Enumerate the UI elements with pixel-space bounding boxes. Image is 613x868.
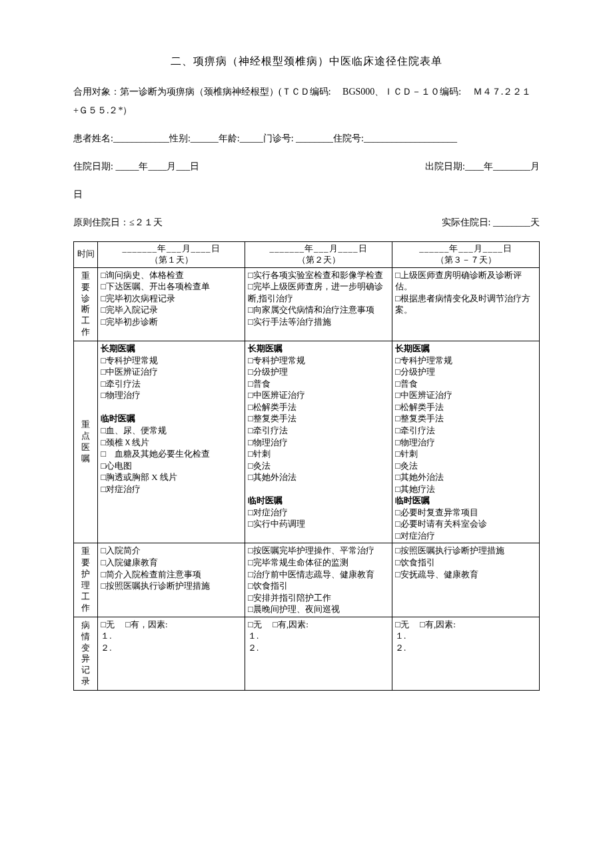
cell-diag-day3: □上级医师查房明确诊断及诊断评估。□根据患者病情变化及时调节治疗方案。: [392, 267, 540, 341]
cell-var-day3: □无 □有,因素:１.２.: [392, 617, 540, 690]
row-nursing: 重要护理工作 □入院简介□入院健康教育□简介入院检查前注意事项□按照医嘱执行诊断…: [74, 543, 540, 617]
header-day3-sub: （第３－７天）: [395, 255, 536, 266]
cell-nurse-day3: □按照医嘱执行诊断护理措施□饮食指引□安抚疏导、健康教育: [392, 543, 540, 617]
header-day2-date: _______年___月____日: [248, 243, 389, 255]
cell-orders-day2: 长期医嘱□专科护理常规□分级护理□普食□中医辨证治疗□松解类手法□整复类手法□牵…: [245, 341, 392, 543]
header-day1-sub: （第１天）: [101, 255, 242, 266]
cell-var-day2: □无 □有,因素:１.２.: [245, 617, 392, 690]
form-header: 合用对象：第一诊断为项痹病（颈椎病神经根型）(ＴＣＤ编码: BGS000、ＩＣＤ…: [73, 83, 540, 232]
cell-diag-day1: □询问病史、体格检查□下达医嘱、开出各项检查单□完毕初次病程记录□完毕入院记录□…: [98, 267, 245, 341]
header-time: 时间: [74, 242, 98, 268]
cell-var-day1: □无 □有，因素:１.２.: [98, 617, 245, 690]
header-day1-date: _______年___月____日: [101, 243, 242, 255]
table-header-row: 时间 _______年___月____日 （第１天） _______年___月_…: [74, 242, 540, 268]
applicable-target: 合用对象：第一诊断为项痹病（颈椎病神经根型）(ＴＣＤ编码: BGS000、ＩＣＤ…: [73, 83, 540, 120]
row-orders: 重点医嘱 长期医嘱□专科护理常规□中医辨证治疗□牵引疗法□物理治疗 临时医嘱□血…: [74, 341, 540, 543]
header-day3: ______年___月____日 （第３－７天）: [392, 242, 540, 268]
row-label-orders: 重点医嘱: [74, 341, 98, 543]
row-label-variance: 病情变异记录: [74, 617, 98, 690]
row-variance: 病情变异记录 □无 □有，因素:１.２. □无 □有,因素:１.２. □无 □有…: [74, 617, 540, 690]
header-day3-date: ______年___月____日: [395, 243, 536, 255]
standard-stay: 原则住院日：≤２１天: [73, 213, 163, 232]
cell-nurse-day1: □入院简介□入院健康教育□简介入院检查前注意事项□按照医嘱执行诊断护理措施: [98, 543, 245, 617]
cell-orders-day3: 长期医嘱□专科护理常规□分级护理□普食□中医辨证治疗□松解类手法□整复类手法□牵…: [392, 341, 540, 543]
row-label-nursing: 重要护理工作: [74, 543, 98, 617]
discharge-date: 出院日期:____年________月: [425, 157, 540, 176]
header-day1: _______年___月____日 （第１天）: [98, 242, 245, 268]
row-label-diagnosis: 重要诊断工作: [74, 267, 98, 341]
discharge-day-suffix: 日: [73, 185, 540, 204]
page-title: 二、项痹病（神经根型颈椎病）中医临床途径住院表单: [73, 53, 540, 69]
actual-stay: 实际住院日: ________天: [442, 213, 540, 232]
admission-date: 住院日期: _____年____月___日: [73, 157, 199, 176]
schedule-table: 时间 _______年___月____日 （第１天） _______年___月_…: [73, 241, 540, 691]
header-day2-sub: （第２天）: [248, 255, 389, 266]
cell-orders-day1: 长期医嘱□专科护理常规□中医辨证治疗□牵引疗法□物理治疗 临时医嘱□血、尿、便常…: [98, 341, 245, 543]
patient-info-line: 患者姓名:____________性别:______年龄:_____门诊号: _…: [73, 129, 540, 148]
row-diagnosis-work: 重要诊断工作 □询问病史、体格检查□下达医嘱、开出各项检查单□完毕初次病程记录□…: [74, 267, 540, 341]
cell-nurse-day2: □按医嘱完毕护理操作、平常治疗□完毕常规生命体征的监测□治疗前中医情志疏导、健康…: [245, 543, 392, 617]
cell-diag-day2: □实行各项实验室检查和影像学检查□完毕上级医师查房，进一步明确诊断,指引治疗□向…: [245, 267, 392, 341]
header-day2: _______年___月____日 （第２天）: [245, 242, 392, 268]
